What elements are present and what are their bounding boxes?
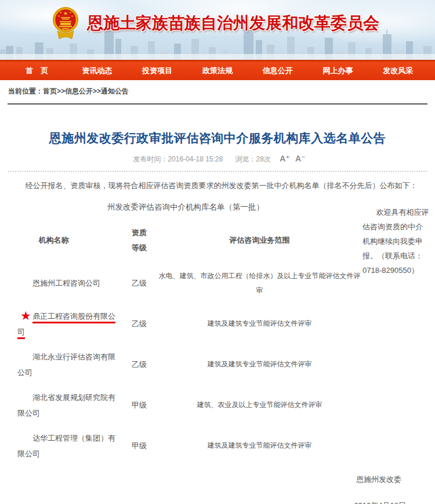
main-nav: 首 页 资讯动态 投资项目 政策法规 信息公开 网上办事 发改风采 <box>0 60 435 80</box>
grade-cell: 乙级 <box>122 319 157 329</box>
nav-item-ndrc-showcase[interactable]: 发改风采 <box>368 66 428 76</box>
font-decrease-button[interactable]: A⁻ <box>295 154 306 163</box>
page-title: 恩施州发改委行政审批评估咨询中介服务机构库入选名单公告 <box>6 130 429 146</box>
document-date: 2016年4月18日 <box>0 501 435 504</box>
table-caption: 州发改委评估咨询中介机构库名单（第一批） <box>9 198 362 218</box>
grade-cell: 甲级 <box>122 441 157 451</box>
nav-item-investment-projects[interactable]: 投资项目 <box>127 66 187 76</box>
nav-item-policies[interactable]: 政策法规 <box>187 66 248 76</box>
org-name-cell: 达华工程管理（集团）有限公司 <box>9 430 117 462</box>
column-header-grade: 资质等级 <box>122 225 157 255</box>
org-name-cell: 恩施州工程咨询公司 <box>9 275 117 291</box>
highlighted-org-name: 鼎正工程咨询股份有限公司 <box>17 312 115 336</box>
nav-item-home[interactable]: 首 页 <box>7 66 67 76</box>
dotted-divider <box>8 171 427 172</box>
site-title: 恩施土家族苗族自治州发展和改革委员会 <box>87 12 379 34</box>
svg-text:★: ★ <box>63 10 68 16</box>
grade-cell: 乙级 <box>122 359 157 370</box>
view-count: 浏览：28次 <box>235 155 271 163</box>
divider <box>8 103 427 105</box>
national-emblem-icon: ★ ★ ★ ★ ★ <box>52 5 79 42</box>
svg-text:★: ★ <box>69 11 71 14</box>
table-row: ★鼎正工程咨询股份有限公司 乙级 建筑及建筑专业节能评估文件评审 <box>9 304 362 344</box>
scope-cell: 建筑及建筑专业节能评估文件评审 <box>157 316 362 331</box>
table-header-row: 机构名称 资质等级 评估咨询业务范围 <box>9 218 362 263</box>
org-name-cell: 湖北省发展规划研究院有限公司 <box>9 390 117 421</box>
column-header-scope: 评估咨询业务范围 <box>157 233 362 247</box>
grade-cell: 甲级 <box>122 400 157 411</box>
breadcrumb-label: 当前位置： <box>8 87 43 95</box>
document-body: 州发改委评估咨询中介机构库名单（第一批） 机构名称 资质等级 评估咨询业务范围 … <box>9 198 435 466</box>
table-row: 恩施州工程咨询公司 乙级 水电、建筑、市政公用工程（给排水）及以上专业节能评估文… <box>9 263 362 304</box>
org-name-cell: 湖北永业行评估咨询有限公司 <box>9 349 117 380</box>
article: 恩施州发改委行政审批评估咨询中介服务机构库入选名单公告 发布时间：2016-04… <box>0 130 435 504</box>
scope-cell: 建筑及建筑专业节能评估文件评审 <box>157 357 362 372</box>
scope-cell: 水电、建筑、市政公用工程（给排水）及以上专业节能评估文件评审 <box>157 269 362 298</box>
table-row: 湖北省发展规划研究院有限公司 甲级 建筑、农业及以上专业节能评估文件评审 <box>9 385 362 426</box>
intro-paragraph: 经公开报名、资质审核，现将符合相应评估咨询资质要求的州发改委第一批中介机构名单（… <box>9 180 426 192</box>
svg-text:★: ★ <box>59 11 61 14</box>
breadcrumb-path[interactable]: 首页>>信息公开>>通知公告 <box>43 87 129 95</box>
nav-item-online-services[interactable]: 网上办事 <box>308 66 368 76</box>
nav-item-info-disclosure[interactable]: 信息公开 <box>248 66 308 76</box>
signature: 恩施州发改委 <box>0 474 435 485</box>
nav-item-news[interactable]: 资讯动态 <box>67 66 128 76</box>
table-row: 达华工程管理（集团）有限公司 甲级 建筑及建筑专业节能评估文件评审 <box>9 426 362 466</box>
scope-cell: 建筑、农业及以上专业节能评估文件评审 <box>157 398 362 412</box>
scope-cell: 建筑及建筑专业节能评估文件评审 <box>157 438 362 453</box>
table-row: 湖北永业行评估咨询有限公司 乙级 建筑及建筑专业节能评估文件评审 <box>9 344 362 385</box>
side-note: 欢迎具有相应评估咨询资质的中介机构继续向我委申报。（联系电话：0718-8290… <box>362 198 429 466</box>
publish-time: 发布时间：2016-04-18 15:28 <box>133 155 223 163</box>
article-meta: 发布时间：2016-04-18 15:28 浏览：28次 A⁺ A⁻ <box>0 154 435 164</box>
breadcrumb: 当前位置：首页>>信息公开>>通知公告 <box>0 80 435 100</box>
svg-text:★: ★ <box>57 15 60 17</box>
font-increase-button[interactable]: A⁺ <box>280 154 290 163</box>
column-header-org-name: 机构名称 <box>9 235 122 246</box>
site-header: ★ ★ ★ ★ ★ 恩施土家族苗族自治州发展和改革委员会 <box>0 0 435 60</box>
org-name-cell: ★鼎正工程咨询股份有限公司 <box>9 308 117 340</box>
svg-text:★: ★ <box>71 15 73 17</box>
star-icon: ★ <box>20 309 31 322</box>
grade-cell: 乙级 <box>122 278 157 289</box>
org-table: 州发改委评估咨询中介机构库名单（第一批） 机构名称 资质等级 评估咨询业务范围 … <box>9 198 362 466</box>
